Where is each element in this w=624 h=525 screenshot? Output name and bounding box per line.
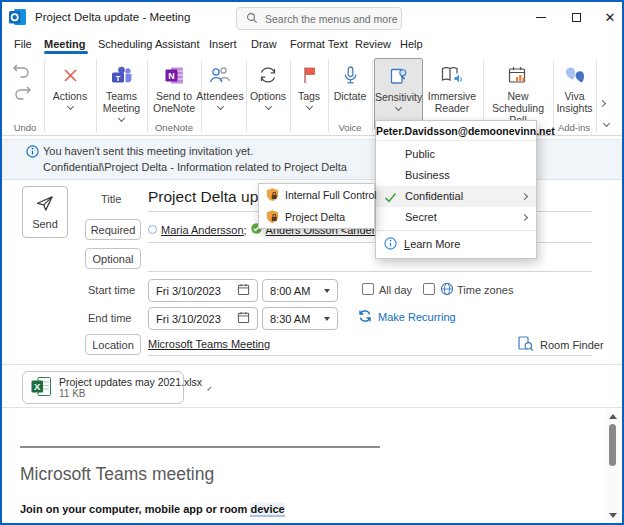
dropdown-arrow-icon bbox=[324, 317, 330, 321]
end-time-label: End time bbox=[88, 312, 131, 324]
menu-format-text[interactable]: Format Text bbox=[290, 38, 348, 50]
send-to-onenote-button[interactable]: N Send to OneNote bbox=[149, 58, 199, 130]
ribbon-separator bbox=[290, 60, 291, 132]
teams-meeting-heading: Microsoft Teams meeting bbox=[20, 464, 214, 485]
all-day-checkbox[interactable] bbox=[362, 283, 374, 295]
attendees-icon bbox=[209, 62, 231, 88]
scroll-down-button[interactable] bbox=[605, 513, 620, 518]
menu-draw[interactable]: Draw bbox=[251, 38, 277, 50]
menu-item-business[interactable]: Business bbox=[376, 165, 536, 186]
svg-text:T: T bbox=[115, 74, 120, 83]
minimize-button[interactable] bbox=[526, 4, 556, 30]
menu-item-learn-more[interactable]: Learn More bbox=[376, 233, 536, 255]
send-button[interactable]: Send bbox=[22, 186, 68, 238]
calendar-icon bbox=[237, 311, 250, 326]
maximize-button[interactable] bbox=[561, 4, 591, 30]
ribbon-separator bbox=[246, 60, 247, 132]
body-divider bbox=[2, 391, 622, 408]
close-icon: ✕ bbox=[605, 10, 616, 25]
close-button[interactable]: ✕ bbox=[595, 4, 624, 30]
device-link[interactable]: device bbox=[250, 503, 284, 517]
recurring-icon bbox=[358, 309, 372, 325]
ribbon-overflow-button[interactable] bbox=[600, 96, 605, 108]
scheduling-poll-icon bbox=[508, 62, 528, 88]
menu-divider bbox=[376, 230, 536, 231]
end-time-picker[interactable]: 8:30 AM bbox=[262, 307, 338, 330]
teams-meeting-button[interactable]: T Teams Meeting bbox=[98, 58, 145, 130]
ribbon-separator bbox=[44, 60, 45, 132]
confidential-submenu: Internal Full Control Project Delta bbox=[258, 183, 375, 229]
window-title: Project Delta update - Meeting bbox=[35, 11, 190, 23]
chevron-down-icon bbox=[264, 103, 271, 110]
chevron-down-icon bbox=[216, 103, 223, 110]
ribbon-separator bbox=[553, 60, 554, 132]
redo-button[interactable] bbox=[12, 84, 32, 102]
outlook-icon bbox=[9, 8, 27, 26]
sensitivity-menu-header: Peter.Davidsson@demoonevinn.net bbox=[376, 121, 536, 141]
flag-icon bbox=[302, 62, 316, 88]
ribbon-collapse-button[interactable] bbox=[604, 116, 609, 128]
menu-help[interactable]: Help bbox=[400, 38, 423, 50]
options-icon bbox=[258, 62, 278, 88]
required-button[interactable]: Required bbox=[85, 219, 141, 240]
menu-insert[interactable]: Insert bbox=[209, 38, 237, 50]
infobar-line1: You haven't sent this meeting invitation… bbox=[43, 145, 253, 157]
chevron-down-icon bbox=[603, 120, 610, 127]
sensitivity-label-shield-icon bbox=[266, 210, 279, 225]
vertical-scrollbar[interactable] bbox=[605, 410, 620, 522]
menu-review[interactable]: Review bbox=[355, 38, 391, 50]
section-divider bbox=[2, 348, 622, 365]
start-time-picker[interactable]: 8:00 AM bbox=[262, 279, 338, 302]
attachment-name: Project updates may 2021.xlsx bbox=[59, 376, 202, 388]
options-button[interactable]: Options bbox=[248, 58, 288, 130]
chevron-down-icon[interactable] bbox=[207, 386, 211, 390]
maximize-icon bbox=[572, 13, 581, 22]
microphone-icon bbox=[343, 62, 358, 88]
make-recurring-link[interactable]: Make Recurring bbox=[358, 309, 456, 325]
send-label: Send bbox=[32, 218, 58, 230]
join-instructions: Join on your computer, mobile app or roo… bbox=[20, 503, 285, 515]
dictate-button[interactable]: Dictate bbox=[330, 58, 370, 130]
start-date-picker[interactable]: Fri 3/10/2023 bbox=[148, 279, 258, 302]
group-label-voice: Voice bbox=[330, 122, 370, 133]
end-date-picker[interactable]: Fri 3/10/2023 bbox=[148, 307, 258, 330]
actions-icon bbox=[62, 62, 79, 88]
submenu-item-internal-full-control[interactable]: Internal Full Control bbox=[259, 184, 374, 206]
group-label-onenote: OneNote bbox=[149, 122, 199, 133]
ribbon-separator bbox=[372, 60, 373, 132]
minimize-icon bbox=[536, 17, 546, 18]
attendees-button[interactable]: Attendees bbox=[196, 58, 244, 130]
infobar-line2: Confidential\Project Delta - Information… bbox=[43, 161, 347, 173]
chevron-right-icon bbox=[599, 100, 606, 107]
menu-meeting[interactable]: Meeting bbox=[44, 38, 86, 50]
search-input[interactable] bbox=[265, 13, 400, 25]
search-box[interactable] bbox=[236, 7, 402, 30]
body-horizontal-rule bbox=[20, 446, 380, 448]
send-icon bbox=[35, 195, 55, 214]
chevron-down-icon bbox=[118, 115, 125, 122]
scroll-down-icon bbox=[609, 513, 617, 518]
undo-button[interactable] bbox=[12, 62, 32, 80]
menu-item-confidential[interactable]: Confidential bbox=[376, 186, 536, 207]
scrollbar-thumb[interactable] bbox=[609, 424, 616, 466]
menu-item-secret[interactable]: Secret bbox=[376, 207, 536, 228]
time-zones-checkbox[interactable] bbox=[423, 283, 435, 295]
menu-file[interactable]: File bbox=[14, 38, 32, 50]
sensitivity-icon bbox=[389, 63, 408, 89]
chevron-down-icon bbox=[66, 103, 73, 110]
chevron-down-icon bbox=[305, 103, 312, 110]
tags-button[interactable]: Tags bbox=[292, 58, 326, 130]
submenu-item-project-delta[interactable]: Project Delta bbox=[259, 206, 374, 228]
viva-insights-button[interactable]: Viva Insights bbox=[555, 58, 594, 130]
calendar-icon bbox=[237, 283, 250, 298]
viva-insights-icon bbox=[564, 62, 586, 88]
start-time-label: Start time bbox=[88, 284, 135, 296]
info-icon bbox=[26, 145, 39, 160]
all-day-label: All day bbox=[379, 284, 412, 296]
menu-scheduling-assistant[interactable]: Scheduling Assistant bbox=[98, 38, 200, 50]
actions-button[interactable]: Actions bbox=[46, 58, 94, 130]
menu-item-public[interactable]: Public bbox=[376, 144, 536, 165]
sensitivity-label-shield-icon bbox=[266, 188, 279, 203]
optional-button[interactable]: Optional bbox=[85, 248, 141, 269]
scroll-up-button[interactable] bbox=[605, 414, 620, 419]
